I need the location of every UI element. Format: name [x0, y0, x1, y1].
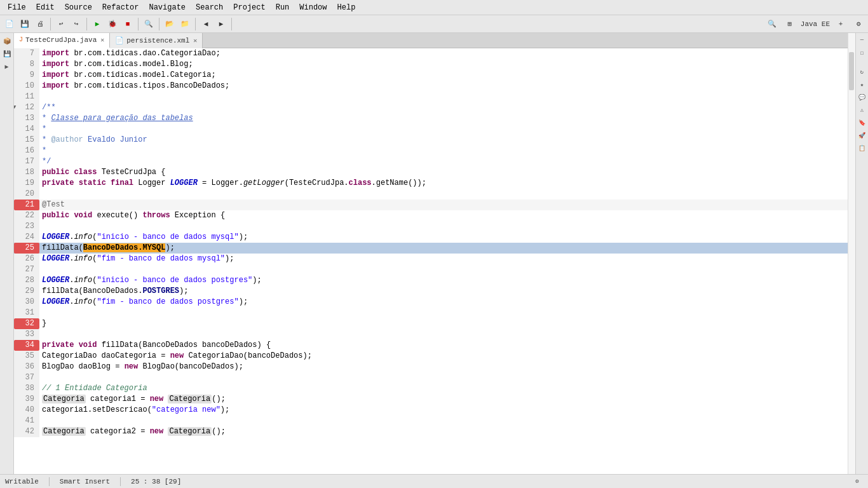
line-content: CategoriaDao daoCategoria = new Categori…	[39, 351, 848, 362]
editor-area: J TesteCrudJpa.java ✕ 📄 persistence.xml …	[14, 33, 848, 474]
menu-refactor[interactable]: Refactor	[97, 2, 144, 13]
line-content: /**	[39, 102, 848, 113]
right-panel-doc-icon[interactable]: 📋	[857, 142, 868, 154]
table-row: 42 Categoria categoria2 = new Categoria(…	[14, 426, 848, 437]
status-settings-icon[interactable]: ⚙	[851, 476, 863, 487]
line-number: 33	[14, 329, 39, 340]
table-row: 34 private void fillData(BancoDeDados ba…	[14, 340, 848, 351]
search-icon-right[interactable]: 🔍	[765, 17, 779, 31]
line-number: 42	[14, 426, 39, 437]
sidebar-package-icon[interactable]: 📦	[1, 36, 13, 47]
table-row: 36 BlogDao daoBlog = new BlogDao(bancoDe…	[14, 362, 848, 372]
table-row: 16 *	[14, 146, 848, 156]
stop-button[interactable]: ■	[121, 17, 135, 31]
menu-window[interactable]: Window	[294, 2, 332, 13]
line-number: 19	[14, 178, 39, 189]
menubar: File Edit Source Refactor Navigate Searc…	[0, 0, 868, 15]
line-number: 10	[14, 81, 39, 92]
undo-button[interactable]: ↩	[54, 17, 68, 31]
menu-source[interactable]: Source	[60, 2, 97, 13]
search-button[interactable]: 🔍	[142, 17, 156, 31]
menu-project[interactable]: Project	[228, 2, 270, 13]
right-panel-star-icon[interactable]: ★	[857, 79, 868, 90]
code-editor[interactable]: 7 import br.com.tidicas.dao.CategoriaDao…	[14, 48, 848, 474]
debug-button[interactable]: 🐞	[105, 17, 119, 31]
line-number: 13	[14, 113, 39, 124]
menu-edit[interactable]: Edit	[31, 2, 60, 13]
line-number: 39	[14, 394, 39, 405]
tab-label-testecrudjpa: TesteCrudJpa.java	[25, 36, 97, 44]
tab-persistence[interactable]: 📄 persistence.xml ✕	[110, 33, 203, 48]
line-content: *	[39, 146, 848, 156]
menu-search[interactable]: Search	[191, 2, 228, 13]
line-number: 22	[14, 210, 39, 221]
save-button[interactable]: 💾	[18, 17, 32, 31]
line-content: import br.com.tidicas.model.Categoria;	[39, 70, 848, 81]
right-panel-minimize[interactable]: —	[857, 34, 868, 46]
menu-file[interactable]: File	[3, 2, 31, 13]
next-edit-button[interactable]: ▶	[214, 17, 228, 31]
right-panel-rocket-icon[interactable]: 🚀	[857, 130, 868, 141]
table-row: 7 import br.com.tidicas.dao.CategoriaDao…	[14, 48, 848, 59]
table-row: 14 *	[14, 124, 848, 135]
right-panel-chat-icon[interactable]: 💬	[857, 92, 868, 103]
right-panel-maximize[interactable]: ☐	[857, 47, 868, 58]
table-row: 33	[14, 329, 848, 340]
right-panel: — ☐ ↻ ★ 💬 ⚠ 🔖 🚀 📋	[855, 33, 868, 474]
new-button[interactable]: 📄	[3, 17, 17, 31]
perspective-icon[interactable]: ⊞	[783, 17, 797, 31]
line-number: 20	[14, 189, 39, 200]
table-row: 24 LOGGER.info("inicio - banco de dados …	[14, 232, 848, 243]
line-number-breakpoint-25: 25	[14, 243, 39, 254]
right-panel-tag-icon[interactable]: 🔖	[857, 117, 868, 128]
open-resource-button[interactable]: 📁	[178, 17, 192, 31]
line-content: import br.com.tidicas.dao.CategoriaDao;	[39, 48, 848, 59]
scroll-thumb[interactable]	[849, 52, 854, 90]
menu-help[interactable]: Help	[332, 2, 361, 13]
menu-navigate[interactable]: Navigate	[144, 2, 191, 13]
line-content-highlighted: fillData(BancoDeDados.MYSQL);	[39, 243, 848, 254]
tab-close-testecrudjpa[interactable]: ✕	[100, 36, 104, 44]
line-content	[39, 416, 848, 426]
run-button[interactable]: ▶	[90, 17, 104, 31]
table-row: 25 fillData(BancoDeDados.MYSQL);	[14, 243, 848, 254]
line-number: 31	[14, 308, 39, 318]
line-content: }	[39, 318, 848, 329]
tab-bar: J TesteCrudJpa.java ✕ 📄 persistence.xml …	[14, 33, 848, 48]
sidebar-save-icon[interactable]: 💾	[1, 48, 13, 60]
table-row: 8 import br.com.tidicas.model.Blog;	[14, 59, 848, 70]
line-number: 29	[14, 286, 39, 297]
line-content: Categoria categoria2 = new Categoria();	[39, 426, 848, 437]
menu-run[interactable]: Run	[271, 2, 295, 13]
line-number: 40	[14, 405, 39, 416]
main-area: 📦 💾 ▶ J TesteCrudJpa.java ✕ 📄 persistenc…	[0, 33, 868, 474]
line-number: 14	[14, 124, 39, 135]
separator-1	[50, 18, 51, 30]
tab-testecrudjpa[interactable]: J TesteCrudJpa.java ✕	[14, 33, 110, 48]
table-row: 30 LOGGER.info("fim - banco de dados pos…	[14, 297, 848, 308]
line-content: LOGGER.info("fim - banco de dados mysql"…	[39, 254, 848, 264]
line-number: 18	[14, 167, 39, 178]
status-position-label: 25 : 38 [29]	[131, 478, 181, 485]
table-row: 12 ▼ /**	[14, 102, 848, 113]
open-perspective-button[interactable]: +	[834, 17, 848, 31]
line-content: @Test	[39, 200, 848, 210]
line-content	[39, 329, 848, 340]
open-type-button[interactable]: 📂	[163, 17, 177, 31]
settings-button[interactable]: ⚙	[851, 17, 865, 31]
prev-edit-button[interactable]: ◀	[199, 17, 213, 31]
sidebar-run-icon[interactable]: ▶	[1, 61, 13, 72]
status-separator-2	[120, 477, 121, 486]
right-panel-refresh-icon[interactable]: ↻	[857, 66, 868, 78]
table-row: 37	[14, 372, 848, 383]
print-button[interactable]: 🖨	[33, 17, 47, 31]
right-panel-warning-icon[interactable]: ⚠	[857, 104, 868, 116]
table-row: 20	[14, 189, 848, 200]
redo-button[interactable]: ↪	[69, 17, 83, 31]
line-number: 38	[14, 383, 39, 394]
status-writable: Writable	[5, 478, 39, 485]
line-content: public void execute() throws Exception {	[39, 210, 848, 221]
status-right: ⚙	[851, 476, 863, 487]
line-number: 30	[14, 297, 39, 308]
tab-close-persistence[interactable]: ✕	[193, 37, 197, 44]
